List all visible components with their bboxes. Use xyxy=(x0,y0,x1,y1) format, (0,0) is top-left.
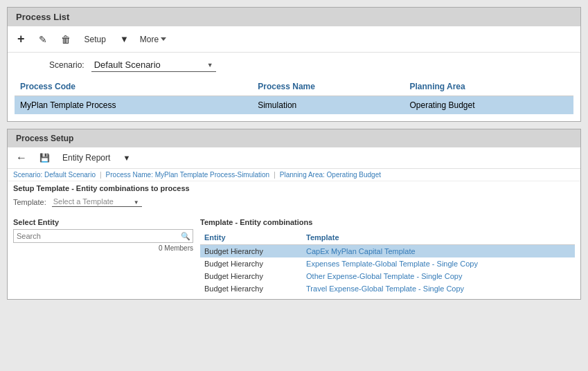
search-wrapper: 🔍 xyxy=(13,229,193,243)
combo-row[interactable]: Budget Hierarchy Travel Expense-Global T… xyxy=(200,282,575,295)
combo-template-cell: CapEx MyPlan Capital Template xyxy=(302,245,575,258)
breadcrumb: Scenario: Default Scenario | Process Nam… xyxy=(8,169,580,181)
planning-area-cell: Operating Budget xyxy=(404,96,573,115)
back-icon: ← xyxy=(16,152,27,164)
bottom-filter-button[interactable]: ▼ xyxy=(120,152,133,163)
bottom-filter-icon: ▼ xyxy=(123,154,130,162)
delete-button[interactable]: 🗑 xyxy=(58,33,73,46)
combo-entity-cell: Budget Hierarchy xyxy=(200,282,302,295)
combo-entity-cell: Budget Hierarchy xyxy=(200,245,302,258)
filter-button[interactable]: ▼ xyxy=(117,33,132,46)
combo-table-header: Entity Template xyxy=(200,230,575,245)
process-table: Process Code Process Name Planning Area … xyxy=(15,78,573,114)
save-button[interactable]: 💾 xyxy=(37,152,53,164)
combo-template-cell: Travel Expense-Global Template - Single … xyxy=(302,282,575,295)
process-code-cell: MyPlan Template Process xyxy=(15,96,252,115)
col-process-name: Process Name xyxy=(252,78,404,96)
breadcrumb-process: Process Name: MyPlan Template Process-Si… xyxy=(106,171,270,179)
combo-table: Entity Template Budget Hierarchy CapEx M… xyxy=(200,230,575,295)
select-entity-title: Select Entity xyxy=(13,218,193,226)
more-chevron-icon xyxy=(161,37,166,41)
combo-table-body: Budget Hierarchy CapEx MyPlan Capital Te… xyxy=(200,245,575,296)
process-list-title: Process List xyxy=(8,8,580,26)
col-template: Template xyxy=(302,230,575,245)
add-icon: + xyxy=(17,32,25,46)
col-planning-area: Planning Area xyxy=(404,78,573,96)
table-row[interactable]: MyPlan Template Process Simulation Opera… xyxy=(15,96,573,115)
breadcrumb-planning: Planning Area: Operating Budget xyxy=(280,171,381,179)
process-table-header: Process Code Process Name Planning Area xyxy=(15,78,573,96)
top-toolbar: + ✎ 🗑 Setup ▼ More xyxy=(8,26,580,53)
more-button[interactable]: More xyxy=(140,35,166,44)
setup-button[interactable]: Setup xyxy=(82,33,109,46)
search-icon: 🔍 xyxy=(181,232,190,241)
back-button[interactable]: ← xyxy=(13,150,30,165)
entity-report-button[interactable]: Entity Report xyxy=(60,152,113,164)
filter-icon: ▼ xyxy=(120,34,129,44)
process-setup-panel: Process Setup ← 💾 Entity Report ▼ Scenar… xyxy=(7,129,581,300)
combo-title: Template - Entity combinations xyxy=(200,218,575,226)
save-icon: 💾 xyxy=(39,153,50,163)
breadcrumb-scenario: Scenario: Default Scenario xyxy=(13,171,96,179)
template-row: Template: Select a Template xyxy=(13,197,575,207)
edit-button[interactable]: ✎ xyxy=(36,33,50,46)
bottom-content: Select Entity 🔍 0 Members Template - Ent… xyxy=(8,214,580,299)
breadcrumb-sep-1: | xyxy=(100,171,102,179)
col-process-code: Process Code xyxy=(15,78,252,96)
combo-template-cell: Other Expense-Global Template - Single C… xyxy=(302,270,575,282)
bottom-toolbar: ← 💾 Entity Report ▼ xyxy=(8,147,580,169)
process-table-body: MyPlan Template Process Simulation Opera… xyxy=(15,96,573,115)
search-input[interactable] xyxy=(13,229,193,243)
combo-template-cell: Expenses Template-Global Template - Sing… xyxy=(302,257,575,270)
combo-row[interactable]: Budget Hierarchy Expenses Template-Globa… xyxy=(200,257,575,270)
combo-row[interactable]: Budget Hierarchy CapEx MyPlan Capital Te… xyxy=(200,245,575,258)
scenario-select[interactable]: Default Scenario xyxy=(91,58,216,72)
template-select-wrapper: Select a Template xyxy=(52,197,142,207)
breadcrumb-sep-2: | xyxy=(274,171,276,179)
scenario-dropdown-wrapper: Default Scenario xyxy=(91,58,216,72)
process-setup-title: Process Setup xyxy=(8,129,580,147)
add-button[interactable]: + xyxy=(15,30,28,48)
col-entity: Entity xyxy=(200,230,302,245)
select-entity-section: Select Entity 🔍 0 Members xyxy=(13,218,193,295)
combo-entity-cell: Budget Hierarchy xyxy=(200,257,302,270)
edit-icon: ✎ xyxy=(39,34,47,45)
template-label: Template: xyxy=(13,198,46,206)
entity-combinations-section: Template - Entity combinations Entity Te… xyxy=(200,218,575,295)
delete-icon: 🗑 xyxy=(61,34,71,45)
combo-row[interactable]: Budget Hierarchy Other Expense-Global Te… xyxy=(200,270,575,282)
process-list-panel: Process List + ✎ 🗑 Setup ▼ More Scenario… xyxy=(7,7,581,122)
scenario-label: Scenario: xyxy=(49,60,84,70)
more-label: More xyxy=(140,35,159,44)
scenario-row: Scenario: Default Scenario xyxy=(8,53,580,78)
combo-entity-cell: Budget Hierarchy xyxy=(200,270,302,282)
process-name-cell: Simulation xyxy=(252,96,404,115)
members-count: 0 Members xyxy=(13,244,193,252)
process-table-container: Process Code Process Name Planning Area … xyxy=(8,78,580,121)
template-select[interactable]: Select a Template xyxy=(52,197,142,207)
setup-section-title: Setup Template - Entity combinations to … xyxy=(13,184,575,192)
